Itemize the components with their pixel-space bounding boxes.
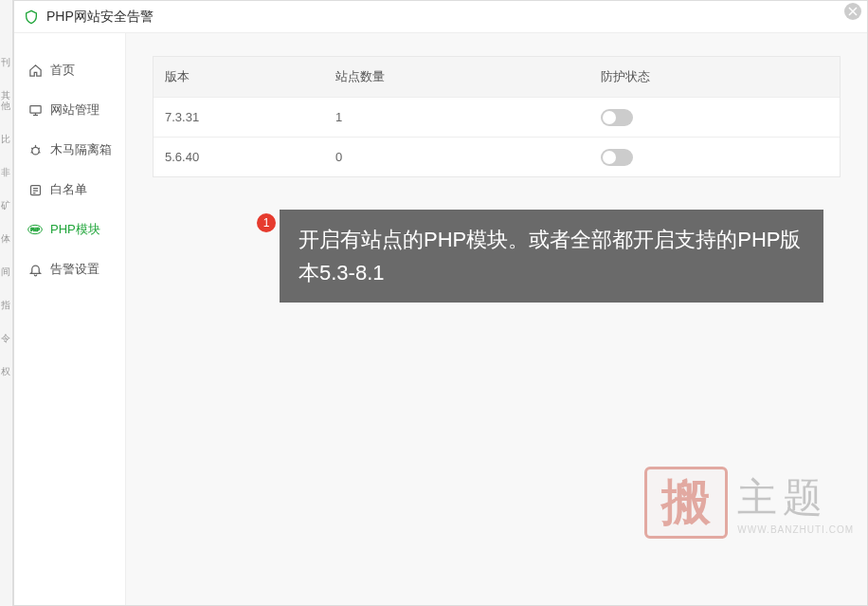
table-row: 5.6.40 0 [154,137,840,176]
tip-tooltip: 开启有站点的PHP模块。或者全部都开启支持的PHP版本5.3-8.1 [280,210,823,303]
close-button[interactable] [844,3,861,20]
panel-title: PHP网站安全告警 [46,9,154,26]
sidebar-item-label: 首页 [50,62,75,79]
watermark-title: 主题 [737,471,854,524]
svg-line-9 [30,152,32,153]
col-header-count: 站点数量 [335,68,601,85]
list-icon [27,182,43,197]
watermark-seal: 搬 [644,467,728,539]
sidebar-item-alert-settings[interactable]: 告警设置 [14,249,125,289]
left-partial-labels: 刊 其他 比 非 矿 体 间 指 令 权 [0,38,13,380]
table-header: 版本 站点数量 防护状态 [154,57,840,97]
left-strip: 刊 其他 比 非 矿 体 间 指 令 权 [0,0,13,606]
cell-status [601,149,828,166]
sidebar-item-whitelist[interactable]: 白名单 [14,170,125,210]
sidebar-item-label: 告警设置 [50,261,99,278]
sidebar: 首页 网站管理 木马隔离箱 白名单 [14,33,126,605]
sidebar-item-label: PHP模块 [50,221,100,238]
sidebar-item-home[interactable]: 首页 [14,50,125,90]
sidebar-item-quarantine[interactable]: 木马隔离箱 [14,130,125,170]
php-table: 版本 站点数量 防护状态 7.3.31 1 5.6.40 0 [153,56,841,177]
watermark: 搬 主题 WWW.BANZHUTI.COM [644,467,854,539]
home-icon [27,63,43,78]
php-icon: PHP [27,222,43,237]
svg-line-10 [38,152,40,153]
svg-text:PHP: PHP [30,228,40,232]
monitor-icon [27,102,43,118]
col-header-status: 防护状态 [601,68,828,85]
sidebar-item-php-module[interactable]: PHP PHP模块 [14,210,125,249]
bug-icon [27,142,43,157]
shield-icon [24,9,39,25]
tip-number-badge: 1 [257,213,276,232]
table-row: 7.3.31 1 [154,97,840,137]
body-wrap: 首页 网站管理 木马隔离箱 白名单 [14,33,867,605]
panel-header: PHP网站安全告警 [14,1,867,33]
main-panel: PHP网站安全告警 首页 网站管理 [13,0,868,606]
sidebar-item-label: 网站管理 [50,101,99,119]
col-header-version: 版本 [165,68,335,85]
protection-toggle[interactable] [601,149,633,166]
cell-count: 0 [335,150,601,164]
bell-icon [27,262,43,277]
watermark-url: WWW.BANZHUTI.COM [737,524,854,535]
protection-toggle[interactable] [601,109,633,126]
sidebar-item-label: 白名单 [50,181,87,198]
cell-count: 1 [335,110,601,124]
sidebar-item-label: 木马隔离箱 [50,141,112,158]
cell-status [601,109,828,126]
content-area: 版本 站点数量 防护状态 7.3.31 1 5.6.40 0 [126,33,867,605]
svg-rect-2 [29,105,40,113]
cell-version: 7.3.31 [165,110,335,124]
sidebar-item-site-manage[interactable]: 网站管理 [14,90,125,130]
cell-version: 5.6.40 [165,150,335,164]
